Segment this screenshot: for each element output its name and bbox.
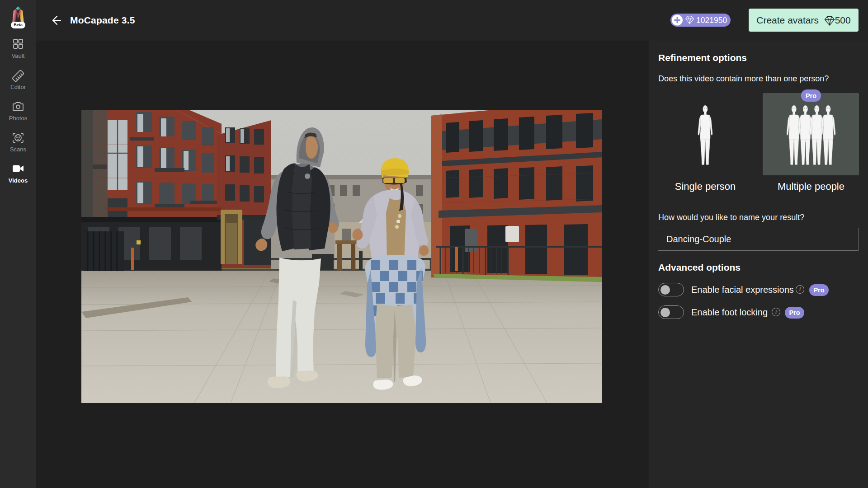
svg-text:1021950: 1021950	[696, 16, 727, 25]
